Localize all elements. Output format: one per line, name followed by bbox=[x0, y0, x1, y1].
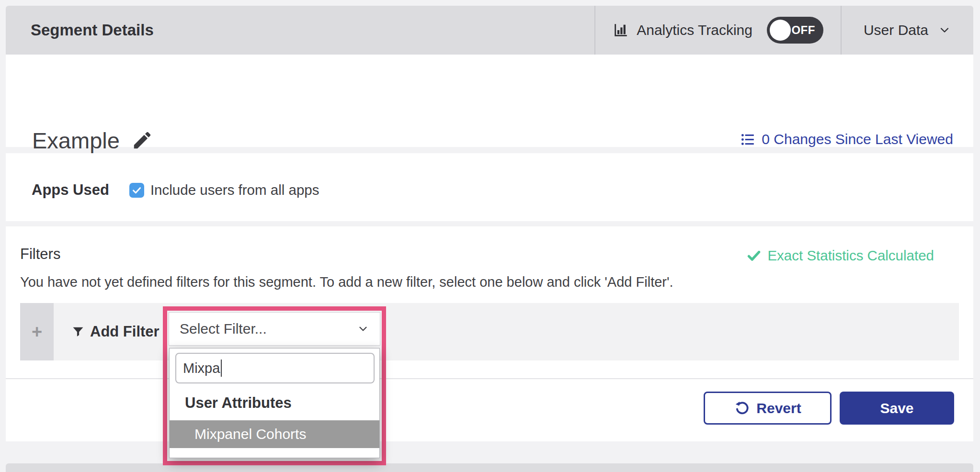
revert-button-label: Revert bbox=[756, 400, 801, 416]
exact-statistics-label: Exact Statistics Calculated bbox=[767, 247, 934, 264]
filter-search-value: Mixpa bbox=[183, 360, 220, 376]
filter-search-input[interactable]: Mixpa bbox=[175, 353, 375, 383]
analytics-tracking-label: Analytics Tracking bbox=[637, 22, 752, 38]
page-title: Segment Details bbox=[31, 21, 154, 39]
text-cursor bbox=[221, 360, 222, 377]
user-data-label: User Data bbox=[864, 22, 928, 38]
check-icon bbox=[747, 248, 761, 263]
select-filter-value: Select Filter... bbox=[180, 321, 267, 337]
toggle-state-label: OFF bbox=[791, 17, 815, 44]
undo-icon bbox=[734, 400, 750, 416]
segment-name-card: Example Tags 0 Changes Since Last Viewed bbox=[6, 55, 973, 147]
add-filter-label: Add Filter bbox=[90, 323, 160, 340]
save-button[interactable]: Save bbox=[840, 392, 954, 425]
highlight-box: Select Filter... Mixpa User Attributes M… bbox=[163, 306, 386, 465]
toggle-knob bbox=[770, 20, 791, 41]
segment-name: Example bbox=[32, 127, 120, 154]
analytics-tracking-group: Analytics Tracking OFF bbox=[595, 6, 841, 55]
filter-dropdown-panel: Mixpa User Attributes Mixpanel Cohorts bbox=[169, 348, 380, 458]
header-right-section: Analytics Tracking OFF User Data bbox=[594, 6, 973, 55]
segment-details-header: Segment Details Analytics Tracking OFF U… bbox=[6, 6, 973, 55]
dropdown-group-header: User Attributes bbox=[170, 392, 379, 415]
apps-used-label: Apps Used bbox=[32, 181, 109, 199]
analytics-tracking-toggle[interactable]: OFF bbox=[767, 17, 823, 44]
changes-since-last-viewed-link[interactable]: 0 Changes Since Last Viewed bbox=[741, 131, 953, 147]
filter-funnel-icon bbox=[71, 325, 85, 338]
include-all-apps-checkbox[interactable] bbox=[129, 183, 144, 198]
plus-icon: + bbox=[32, 322, 42, 342]
list-icon bbox=[741, 132, 755, 147]
add-filter-plus-button[interactable]: + bbox=[20, 303, 54, 360]
save-button-label: Save bbox=[880, 400, 913, 416]
add-filter-row: + Add Filter bbox=[20, 303, 959, 360]
exact-statistics-status: Exact Statistics Calculated bbox=[747, 247, 934, 264]
filters-description: You have not yet defined filters for thi… bbox=[20, 274, 673, 290]
next-section-header-strip bbox=[6, 463, 973, 472]
add-filter-label-group: Add Filter bbox=[71, 303, 160, 360]
chevron-down-icon bbox=[938, 23, 951, 37]
edit-pencil-icon[interactable] bbox=[131, 129, 153, 151]
include-all-apps-label: Include users from all apps bbox=[150, 182, 319, 198]
select-filter-dropdown[interactable]: Select Filter... bbox=[169, 312, 380, 346]
chevron-down-icon bbox=[357, 323, 369, 335]
apps-used-card: Apps Used Include users from all apps bbox=[6, 153, 973, 221]
filters-card: Filters Exact Statistics Calculated You … bbox=[6, 226, 973, 441]
dropdown-option-mixpanel-cohorts[interactable]: Mixpanel Cohorts bbox=[170, 420, 379, 448]
changes-link-label: 0 Changes Since Last Viewed bbox=[762, 131, 953, 147]
filters-heading: Filters bbox=[20, 246, 60, 263]
bar-chart-icon bbox=[613, 22, 629, 38]
user-data-dropdown[interactable]: User Data bbox=[842, 6, 973, 55]
footer-divider bbox=[6, 378, 973, 379]
revert-button[interactable]: Revert bbox=[704, 392, 832, 425]
